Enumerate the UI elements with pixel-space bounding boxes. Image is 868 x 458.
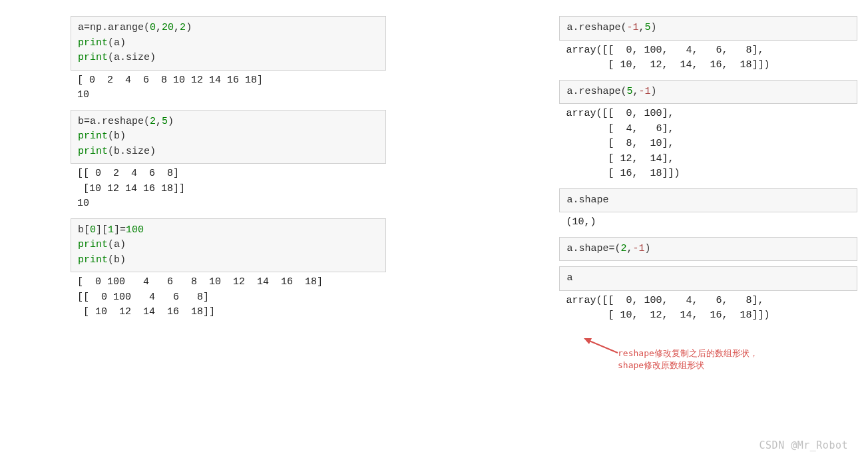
arrow-icon (581, 336, 621, 356)
annotation: reshape修改复制之后的数组形状， shape修改原数组形状 (618, 347, 758, 371)
code-cell-r5: a (559, 266, 857, 291)
code-cell-3: b[0][1]=100 print(a) print(b) (71, 218, 386, 273)
right-column: a.reshape(-1,5) array([[ 0, 100, 4, 6, 8… (559, 11, 857, 325)
code-cell-r2: a.reshape(5,-1) (559, 80, 857, 105)
code-cell-2: b=a.reshape(2,5) print(b) print(b.size) (71, 110, 386, 164)
output-r1: array([[ 0, 100, 4, 6, 8], [ 10, 12, 14,… (559, 41, 857, 75)
output-r5: array([[ 0, 100, 4, 6, 8], [ 10, 12, 14,… (559, 291, 857, 325)
code-cell-1: a=np.arange(0,20,2) print(a) print(a.siz… (71, 16, 386, 71)
left-column: a=np.arange(0,20,2) print(a) print(a.siz… (71, 11, 386, 325)
code-cell-r3: a.shape (559, 188, 857, 213)
watermark: CSDN @Mr_Robot (760, 439, 848, 451)
output-1: [ 0 2 4 6 8 10 12 14 16 18] 10 (71, 71, 386, 105)
output-r3: (10,) (559, 212, 857, 232)
annotation-line1: reshape修改复制之后的数组形状， (618, 347, 758, 359)
code-cell-r4: a.shape=(2,-1) (559, 237, 857, 262)
annotation-line2: shape修改原数组形状 (618, 359, 758, 371)
output-2: [[ 0 2 4 6 8] [10 12 14 16 18]] 10 (71, 164, 386, 213)
svg-line-0 (588, 340, 618, 353)
output-r2: array([[ 0, 100], [ 4, 6], [ 8, 10], [ 1… (559, 104, 857, 183)
code-cell-r1: a.reshape(-1,5) (559, 16, 857, 41)
code-text: a=np.arange (78, 22, 144, 33)
output-3: [ 0 100 4 6 8 10 12 14 16 18] [[ 0 100 4… (71, 272, 386, 322)
